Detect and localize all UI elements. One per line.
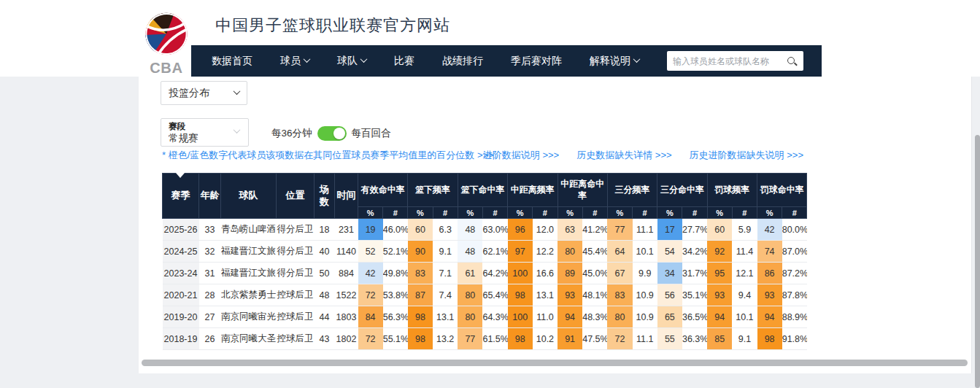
stage-select[interactable]: 赛段 常规赛	[161, 118, 249, 147]
rate-mode-toggle[interactable]	[317, 126, 347, 141]
cell-season: 2023-24	[163, 263, 199, 284]
value-cell: 31.7%	[682, 263, 707, 284]
nav-item-球队[interactable]: 球队	[337, 55, 366, 68]
value-cell: 11.0	[533, 306, 557, 328]
value-cell: 9.9	[633, 263, 657, 284]
percentile-cell: 17	[657, 219, 682, 241]
value-cell: 6.3	[433, 219, 458, 241]
percentile-cell: 87	[408, 284, 433, 306]
nav-item-球员[interactable]: 球员	[280, 55, 309, 68]
value-cell: 12.0	[533, 219, 557, 241]
cell-games: 50	[315, 263, 335, 284]
value-cell: 52.1%	[383, 241, 408, 263]
cell-position: 控球后卫	[277, 306, 315, 328]
percentile-cell: 98	[408, 328, 433, 350]
value-cell: 12.1	[732, 263, 757, 284]
value-cell: 10.9	[633, 284, 657, 306]
percentile-cell: 67	[607, 263, 632, 284]
top-header-band: CBA 中国男子篮球职业联赛官方网站 数据首页球员球队比赛战绩排行季后赛对阵解释…	[0, 0, 980, 77]
percentile-cell: 91	[557, 328, 582, 350]
cell-team: 南京同曦大圣	[221, 328, 277, 350]
value-cell: 27.7%	[682, 219, 707, 241]
cba-logo[interactable]: CBA	[140, 9, 193, 76]
value-cell: 46.0%	[383, 219, 408, 241]
percentile-cell: 63	[557, 219, 582, 241]
percentile-cell: 77	[458, 328, 482, 350]
sub-header-%: %	[408, 207, 433, 219]
cell-position: 得分后卫	[277, 219, 315, 241]
percentile-cell: 60	[408, 219, 433, 241]
nav-item-季后赛对阵[interactable]: 季后赛对阵	[511, 55, 562, 68]
percentile-cell: 52	[358, 241, 383, 263]
value-cell: 9.1	[732, 328, 757, 350]
percentile-cell: 48	[458, 219, 482, 241]
horizontal-scrollbar[interactable]	[142, 360, 968, 366]
percentile-cell: 85	[707, 328, 732, 350]
cell-position: 得分后卫	[277, 241, 315, 263]
help-links-row: 进阶数据说明 >>>历史数据缺失详情 >>>历史进阶数据缺失说明 >>>	[483, 149, 803, 162]
nav-item-解释说明[interactable]: 解释说明	[590, 55, 639, 68]
value-cell: 41.2%	[582, 219, 607, 241]
percentile-cell: 95	[707, 263, 732, 284]
vertical-scrollbar[interactable]	[975, 135, 980, 388]
rate-mode-toggle-group: 每36分钟 每百回合	[271, 126, 391, 141]
column-header-年龄: 年龄	[199, 174, 221, 219]
main-navbar: 数据首页球员球队比赛战绩排行季后赛对阵解释说明	[191, 45, 822, 77]
percentile-cell: 64	[607, 241, 632, 263]
value-cell: 91.8%	[782, 328, 807, 350]
chevron-down-icon	[234, 88, 241, 95]
help-link-0[interactable]: 进阶数据说明 >>>	[483, 149, 559, 162]
cell-minutes: 884	[335, 263, 358, 284]
cell-age: 27	[199, 306, 221, 328]
search-icon[interactable]	[786, 55, 798, 67]
value-cell: 87.8%	[782, 284, 807, 306]
value-cell: 10.9	[633, 306, 657, 328]
value-cell: 35.1%	[682, 284, 707, 306]
percentile-cell: 61	[458, 263, 482, 284]
value-cell: 5.9	[732, 219, 757, 241]
value-cell: 47.5%	[582, 328, 607, 350]
nav-item-数据首页[interactable]: 数据首页	[212, 55, 252, 68]
stage-value: 常规赛	[169, 132, 241, 145]
percentile-cell: 96	[508, 219, 533, 241]
value-cell: 62.1%	[482, 241, 507, 263]
value-cell: 53.8%	[383, 284, 408, 306]
value-cell: 7.1	[433, 263, 458, 284]
chevron-down-icon	[360, 55, 368, 63]
percentile-cell: 48	[458, 241, 482, 263]
percentile-cell: 98	[757, 328, 782, 350]
percentile-cell: 42	[358, 263, 383, 284]
table-row-2025-26: 2025-2633青岛崂山啤酒得分后卫182311946.0%606.34863…	[163, 219, 807, 241]
cell-season: 2025-26	[163, 219, 199, 241]
sub-header-%: %	[557, 207, 582, 219]
percentile-cell: 19	[358, 219, 383, 241]
stat-group-header-篮下命中率: 篮下命中率	[458, 174, 507, 207]
shot-distribution-select[interactable]: 投篮分布	[161, 81, 247, 105]
nav-items: 数据首页球员球队比赛战绩排行季后赛对阵解释说明	[212, 55, 667, 68]
percentile-note-link[interactable]: * 橙色/蓝色数字代表球员该项数据在其同位置球员赛季平均值里的百分位数 >>>	[162, 149, 494, 162]
percentile-cell: 90	[408, 241, 433, 263]
sub-header-%: %	[358, 207, 383, 219]
sub-header-#: #	[633, 207, 657, 219]
cell-position: 控球后卫	[277, 284, 315, 306]
help-link-2[interactable]: 历史进阶数据缺失说明 >>>	[690, 149, 803, 162]
help-link-1[interactable]: 历史数据缺失详情 >>>	[576, 149, 671, 162]
value-cell: 13.1	[433, 306, 458, 328]
nav-item-比赛[interactable]: 比赛	[394, 55, 414, 68]
stat-group-header-罚球命中率: 罚球命中率	[757, 174, 807, 207]
column-header-位置: 位置	[277, 174, 315, 219]
cell-games: 48	[315, 284, 335, 306]
sub-header-%: %	[508, 207, 533, 219]
percentile-cell: 94	[707, 306, 732, 328]
sub-header-#: #	[582, 207, 607, 219]
value-cell: 64.2%	[482, 263, 507, 284]
percentile-cell: 93	[707, 284, 732, 306]
value-cell: 48.1%	[582, 284, 607, 306]
nav-item-战绩排行[interactable]: 战绩排行	[442, 55, 483, 68]
percentile-cell: 54	[657, 241, 682, 263]
search-input[interactable]	[673, 56, 786, 66]
cell-games: 44	[315, 306, 335, 328]
value-cell: 64.3%	[482, 306, 507, 328]
stat-group-header-有效命中率: 有效命中率	[358, 174, 408, 207]
column-header-赛季[interactable]: 赛季	[163, 174, 199, 219]
